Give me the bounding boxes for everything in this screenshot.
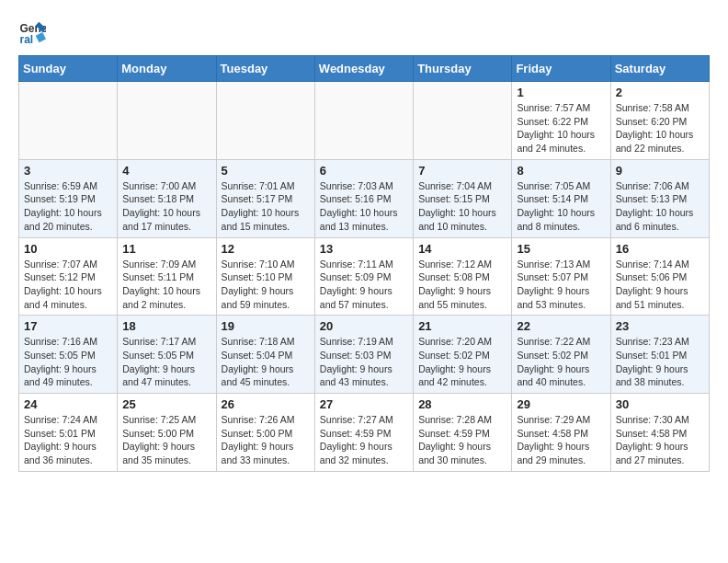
day-info: Sunrise: 7:09 AM Sunset: 5:11 PM Dayligh… [122,258,210,312]
weekday-header: Saturday [610,56,709,82]
weekday-header: Monday [118,56,216,82]
calendar-cell: 28Sunrise: 7:28 AM Sunset: 4:59 PM Dayli… [414,394,512,472]
day-number: 24 [24,397,112,411]
day-number: 17 [24,319,112,333]
day-info: Sunrise: 7:19 AM Sunset: 5:03 PM Dayligh… [320,335,408,389]
day-info: Sunrise: 7:18 AM Sunset: 5:04 PM Dayligh… [222,335,310,389]
day-info: Sunrise: 7:27 AM Sunset: 4:59 PM Dayligh… [320,413,408,467]
calendar-cell: 10Sunrise: 7:07 AM Sunset: 5:12 PM Dayli… [19,237,118,316]
calendar-cell: 29Sunrise: 7:29 AM Sunset: 4:58 PM Dayli… [512,394,610,472]
day-number: 22 [517,319,605,333]
calendar-cell: 12Sunrise: 7:10 AM Sunset: 5:10 PM Dayli… [216,237,314,316]
day-number: 26 [222,397,310,411]
day-info: Sunrise: 7:10 AM Sunset: 5:10 PM Dayligh… [222,258,310,312]
calendar-cell: 8Sunrise: 7:05 AM Sunset: 5:14 PM Daylig… [512,159,610,237]
day-info: Sunrise: 7:06 AM Sunset: 5:13 PM Dayligh… [616,179,704,234]
day-info: Sunrise: 7:07 AM Sunset: 5:12 PM Dayligh… [24,258,112,312]
calendar-table: SundayMondayTuesdayWednesdayThursdayFrid… [18,55,710,472]
calendar-cell [216,82,314,160]
calendar-week-row: 17Sunrise: 7:16 AM Sunset: 5:05 PM Dayli… [19,316,710,394]
day-number: 16 [616,242,704,256]
calendar-cell: 13Sunrise: 7:11 AM Sunset: 5:09 PM Dayli… [314,237,413,316]
day-number: 15 [517,242,605,256]
day-info: Sunrise: 7:16 AM Sunset: 5:05 PM Dayligh… [24,335,112,389]
calendar-cell: 9Sunrise: 7:06 AM Sunset: 5:13 PM Daylig… [610,159,709,237]
day-number: 2 [616,86,704,99]
calendar-cell: 22Sunrise: 7:22 AM Sunset: 5:02 PM Dayli… [512,316,610,394]
calendar-cell: 11Sunrise: 7:09 AM Sunset: 5:11 PM Dayli… [118,237,216,316]
day-info: Sunrise: 7:58 AM Sunset: 6:20 PM Dayligh… [616,101,704,155]
calendar-cell: 25Sunrise: 7:25 AM Sunset: 5:00 PM Dayli… [118,394,216,472]
day-info: Sunrise: 7:04 AM Sunset: 5:15 PM Dayligh… [418,179,506,234]
calendar-cell: 23Sunrise: 7:23 AM Sunset: 5:01 PM Dayli… [610,316,709,394]
day-info: Sunrise: 7:25 AM Sunset: 5:00 PM Dayligh… [122,413,210,467]
weekday-header: Tuesday [216,56,314,82]
calendar-cell: 20Sunrise: 7:19 AM Sunset: 5:03 PM Dayli… [314,316,413,394]
calendar-cell [118,82,216,160]
day-number: 20 [320,319,408,333]
calendar-cell: 16Sunrise: 7:14 AM Sunset: 5:06 PM Dayli… [610,237,709,316]
day-number: 10 [24,242,112,256]
day-info: Sunrise: 7:29 AM Sunset: 4:58 PM Dayligh… [517,413,605,467]
header: Gene ral [18,18,710,46]
calendar-cell: 17Sunrise: 7:16 AM Sunset: 5:05 PM Dayli… [19,316,118,394]
weekday-header: Thursday [414,56,512,82]
calendar-cell: 27Sunrise: 7:27 AM Sunset: 4:59 PM Dayli… [314,394,413,472]
day-number: 7 [418,164,506,178]
day-number: 9 [616,164,704,178]
day-info: Sunrise: 6:59 AM Sunset: 5:19 PM Dayligh… [24,179,112,234]
calendar-cell [19,82,118,160]
calendar-header-row: SundayMondayTuesdayWednesdayThursdayFrid… [19,56,710,82]
svg-text:ral: ral [20,33,34,46]
calendar-week-row: 24Sunrise: 7:24 AM Sunset: 5:01 PM Dayli… [19,394,710,472]
day-info: Sunrise: 7:23 AM Sunset: 5:01 PM Dayligh… [616,335,704,389]
calendar-cell [414,82,512,160]
day-number: 14 [418,242,506,256]
calendar-cell: 2Sunrise: 7:58 AM Sunset: 6:20 PM Daylig… [610,82,709,160]
calendar-cell: 18Sunrise: 7:17 AM Sunset: 5:05 PM Dayli… [118,316,216,394]
day-info: Sunrise: 7:14 AM Sunset: 5:06 PM Dayligh… [616,258,704,312]
weekday-header: Sunday [19,56,118,82]
day-info: Sunrise: 7:26 AM Sunset: 5:00 PM Dayligh… [222,413,310,467]
calendar-week-row: 10Sunrise: 7:07 AM Sunset: 5:12 PM Dayli… [19,237,710,316]
day-number: 27 [320,397,408,411]
calendar-cell: 14Sunrise: 7:12 AM Sunset: 5:08 PM Dayli… [414,237,512,316]
calendar-cell: 3Sunrise: 6:59 AM Sunset: 5:19 PM Daylig… [19,159,118,237]
day-number: 18 [122,319,210,333]
day-info: Sunrise: 7:57 AM Sunset: 6:22 PM Dayligh… [517,101,605,155]
calendar-cell: 15Sunrise: 7:13 AM Sunset: 5:07 PM Dayli… [512,237,610,316]
day-number: 21 [418,319,506,333]
day-number: 11 [122,242,210,256]
day-info: Sunrise: 7:05 AM Sunset: 5:14 PM Dayligh… [517,179,605,234]
calendar-cell: 26Sunrise: 7:26 AM Sunset: 5:00 PM Dayli… [216,394,314,472]
calendar-cell: 7Sunrise: 7:04 AM Sunset: 5:15 PM Daylig… [414,159,512,237]
day-info: Sunrise: 7:28 AM Sunset: 4:59 PM Dayligh… [418,413,506,467]
day-number: 29 [517,397,605,411]
day-info: Sunrise: 7:12 AM Sunset: 5:08 PM Dayligh… [418,258,506,312]
day-info: Sunrise: 7:30 AM Sunset: 4:58 PM Dayligh… [616,413,704,467]
day-info: Sunrise: 7:22 AM Sunset: 5:02 PM Dayligh… [517,335,605,389]
day-number: 5 [222,164,310,178]
calendar-cell: 30Sunrise: 7:30 AM Sunset: 4:58 PM Dayli… [610,394,709,472]
day-number: 25 [122,397,210,411]
day-info: Sunrise: 7:13 AM Sunset: 5:07 PM Dayligh… [517,258,605,312]
day-number: 23 [616,319,704,333]
day-number: 6 [320,164,408,178]
day-number: 3 [24,164,112,178]
weekday-header: Friday [512,56,610,82]
day-number: 12 [222,242,310,256]
calendar-cell: 24Sunrise: 7:24 AM Sunset: 5:01 PM Dayli… [19,394,118,472]
calendar-cell: 1Sunrise: 7:57 AM Sunset: 6:22 PM Daylig… [512,82,610,160]
calendar-cell: 5Sunrise: 7:01 AM Sunset: 5:17 PM Daylig… [216,159,314,237]
day-info: Sunrise: 7:17 AM Sunset: 5:05 PM Dayligh… [122,335,210,389]
calendar-cell: 4Sunrise: 7:00 AM Sunset: 5:18 PM Daylig… [118,159,216,237]
day-info: Sunrise: 7:00 AM Sunset: 5:18 PM Dayligh… [122,179,210,234]
calendar-cell: 6Sunrise: 7:03 AM Sunset: 5:16 PM Daylig… [314,159,413,237]
calendar-week-row: 1Sunrise: 7:57 AM Sunset: 6:22 PM Daylig… [19,82,710,160]
day-number: 28 [418,397,506,411]
day-info: Sunrise: 7:20 AM Sunset: 5:02 PM Dayligh… [418,335,506,389]
weekday-header: Wednesday [314,56,413,82]
day-number: 8 [517,164,605,178]
day-number: 13 [320,242,408,256]
logo-icon: Gene ral [18,18,46,46]
